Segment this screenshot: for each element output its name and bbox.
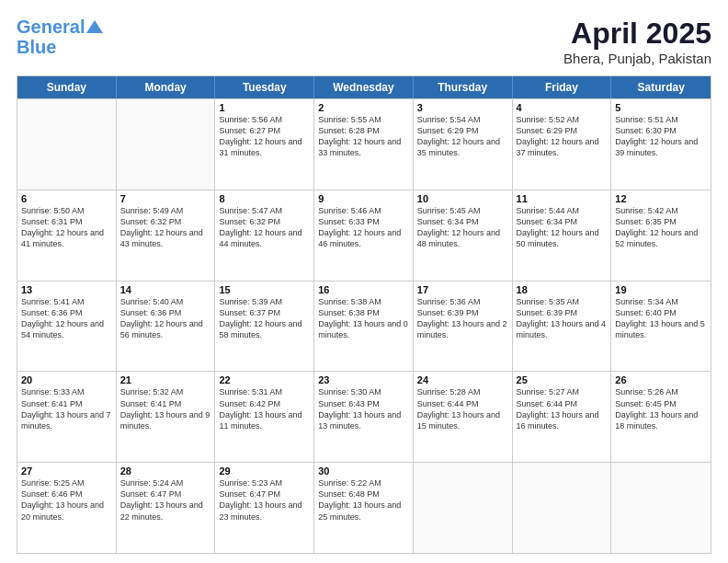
- day-number: 9: [318, 193, 409, 204]
- day-info: Sunrise: 5:22 AM Sunset: 6:48 PM Dayligh…: [318, 477, 409, 523]
- day-number: 6: [21, 193, 112, 204]
- empty-cell: [117, 99, 216, 190]
- day-cell-9: 9Sunrise: 5:46 AM Sunset: 6:33 PM Daylig…: [314, 190, 414, 281]
- day-number: 25: [517, 374, 608, 385]
- day-number: 7: [120, 193, 211, 204]
- day-info: Sunrise: 5:28 AM Sunset: 6:44 PM Dayligh…: [417, 386, 508, 431]
- day-number: 23: [318, 374, 409, 385]
- day-number: 26: [615, 374, 707, 385]
- day-number: 20: [21, 374, 112, 385]
- day-number: 5: [615, 102, 707, 113]
- day-info: Sunrise: 5:47 AM Sunset: 6:32 PM Dayligh…: [219, 205, 310, 250]
- day-cell-22: 22Sunrise: 5:31 AM Sunset: 6:42 PM Dayli…: [215, 372, 314, 462]
- week-row-3: 13Sunrise: 5:41 AM Sunset: 6:36 PM Dayli…: [17, 281, 711, 372]
- day-number: 27: [21, 465, 112, 477]
- day-number: 1: [219, 102, 310, 113]
- day-cell-18: 18Sunrise: 5:35 AM Sunset: 6:39 PM Dayli…: [513, 282, 612, 372]
- day-info: Sunrise: 5:56 AM Sunset: 6:27 PM Dayligh…: [219, 114, 310, 159]
- day-header-tuesday: Tuesday: [215, 76, 314, 98]
- day-cell-4: 4Sunrise: 5:52 AM Sunset: 6:29 PM Daylig…: [513, 99, 612, 190]
- day-info: Sunrise: 5:23 AM Sunset: 6:47 PM Dayligh…: [219, 477, 310, 523]
- day-cell-27: 27Sunrise: 5:25 AM Sunset: 6:46 PM Dayli…: [17, 463, 117, 553]
- day-info: Sunrise: 5:52 AM Sunset: 6:29 PM Dayligh…: [517, 114, 608, 159]
- day-number: 12: [615, 193, 707, 204]
- page: General Blue April 2025 Bhera, Punjab, P…: [0, 0, 728, 563]
- day-info: Sunrise: 5:38 AM Sunset: 6:38 PM Dayligh…: [318, 296, 409, 341]
- day-cell-21: 21Sunrise: 5:32 AM Sunset: 6:41 PM Dayli…: [117, 372, 216, 462]
- day-header-monday: Monday: [117, 76, 216, 98]
- day-header-sunday: Sunday: [17, 76, 117, 98]
- calendar-header-row: SundayMondayTuesdayWednesdayThursdayFrid…: [17, 76, 711, 98]
- day-number: 19: [615, 284, 707, 295]
- logo: General Blue: [17, 17, 103, 57]
- day-cell-28: 28Sunrise: 5:24 AM Sunset: 6:47 PM Dayli…: [117, 463, 216, 553]
- week-row-5: 27Sunrise: 5:25 AM Sunset: 6:46 PM Dayli…: [17, 462, 711, 553]
- day-number: 30: [318, 465, 409, 477]
- day-info: Sunrise: 5:44 AM Sunset: 6:34 PM Dayligh…: [517, 205, 608, 250]
- day-number: 3: [417, 102, 508, 113]
- day-number: 15: [219, 284, 310, 295]
- day-info: Sunrise: 5:25 AM Sunset: 6:46 PM Dayligh…: [21, 477, 112, 523]
- week-row-4: 20Sunrise: 5:33 AM Sunset: 6:41 PM Dayli…: [17, 371, 711, 462]
- day-cell-17: 17Sunrise: 5:36 AM Sunset: 6:39 PM Dayli…: [414, 282, 513, 372]
- day-cell-2: 2Sunrise: 5:55 AM Sunset: 6:28 PM Daylig…: [314, 99, 414, 190]
- logo-icon: [86, 18, 103, 35]
- empty-cell: [17, 99, 117, 190]
- day-cell-16: 16Sunrise: 5:38 AM Sunset: 6:38 PM Dayli…: [314, 282, 414, 372]
- logo-blue: Blue: [17, 37, 103, 57]
- empty-cell: [513, 463, 612, 553]
- day-cell-26: 26Sunrise: 5:26 AM Sunset: 6:45 PM Dayli…: [611, 372, 711, 462]
- day-cell-10: 10Sunrise: 5:45 AM Sunset: 6:34 PM Dayli…: [414, 190, 513, 281]
- day-number: 18: [517, 284, 608, 295]
- day-cell-6: 6Sunrise: 5:50 AM Sunset: 6:31 PM Daylig…: [17, 190, 117, 281]
- day-cell-7: 7Sunrise: 5:49 AM Sunset: 6:32 PM Daylig…: [117, 190, 216, 281]
- svg-marker-0: [86, 20, 103, 33]
- day-number: 21: [120, 374, 211, 385]
- week-row-1: 1Sunrise: 5:56 AM Sunset: 6:27 PM Daylig…: [17, 98, 711, 190]
- day-info: Sunrise: 5:36 AM Sunset: 6:39 PM Dayligh…: [417, 296, 508, 341]
- day-info: Sunrise: 5:34 AM Sunset: 6:40 PM Dayligh…: [615, 296, 707, 341]
- day-header-thursday: Thursday: [414, 76, 513, 98]
- day-header-saturday: Saturday: [611, 76, 711, 98]
- day-cell-5: 5Sunrise: 5:51 AM Sunset: 6:30 PM Daylig…: [611, 99, 711, 190]
- day-cell-11: 11Sunrise: 5:44 AM Sunset: 6:34 PM Dayli…: [513, 190, 612, 281]
- day-info: Sunrise: 5:26 AM Sunset: 6:45 PM Dayligh…: [615, 386, 707, 431]
- calendar: SundayMondayTuesdayWednesdayThursdayFrid…: [17, 75, 711, 554]
- header: General Blue April 2025 Bhera, Punjab, P…: [17, 17, 711, 66]
- day-header-friday: Friday: [513, 76, 612, 98]
- day-info: Sunrise: 5:41 AM Sunset: 6:36 PM Dayligh…: [21, 296, 112, 341]
- calendar-title: April 2025: [563, 17, 711, 51]
- day-number: 2: [318, 102, 409, 113]
- day-info: Sunrise: 5:42 AM Sunset: 6:35 PM Dayligh…: [615, 205, 707, 250]
- day-cell-19: 19Sunrise: 5:34 AM Sunset: 6:40 PM Dayli…: [611, 282, 711, 372]
- day-info: Sunrise: 5:31 AM Sunset: 6:42 PM Dayligh…: [219, 386, 310, 431]
- day-cell-15: 15Sunrise: 5:39 AM Sunset: 6:37 PM Dayli…: [215, 282, 314, 372]
- day-number: 29: [219, 465, 310, 477]
- day-number: 10: [417, 193, 508, 204]
- day-number: 17: [417, 284, 508, 295]
- day-info: Sunrise: 5:32 AM Sunset: 6:41 PM Dayligh…: [120, 386, 211, 431]
- day-info: Sunrise: 5:35 AM Sunset: 6:39 PM Dayligh…: [517, 296, 608, 341]
- day-cell-24: 24Sunrise: 5:28 AM Sunset: 6:44 PM Dayli…: [414, 372, 513, 462]
- empty-cell: [611, 463, 711, 553]
- day-cell-13: 13Sunrise: 5:41 AM Sunset: 6:36 PM Dayli…: [17, 282, 117, 372]
- day-info: Sunrise: 5:40 AM Sunset: 6:36 PM Dayligh…: [120, 296, 211, 341]
- day-info: Sunrise: 5:39 AM Sunset: 6:37 PM Dayligh…: [219, 296, 310, 341]
- day-info: Sunrise: 5:51 AM Sunset: 6:30 PM Dayligh…: [615, 114, 707, 159]
- day-cell-20: 20Sunrise: 5:33 AM Sunset: 6:41 PM Dayli…: [17, 372, 117, 462]
- empty-cell: [414, 463, 513, 553]
- day-cell-1: 1Sunrise: 5:56 AM Sunset: 6:27 PM Daylig…: [215, 99, 314, 190]
- day-number: 13: [21, 284, 112, 295]
- day-number: 11: [517, 193, 608, 204]
- day-cell-12: 12Sunrise: 5:42 AM Sunset: 6:35 PM Dayli…: [611, 190, 711, 281]
- day-cell-23: 23Sunrise: 5:30 AM Sunset: 6:43 PM Dayli…: [314, 372, 414, 462]
- day-info: Sunrise: 5:30 AM Sunset: 6:43 PM Dayligh…: [318, 386, 409, 431]
- day-number: 28: [120, 465, 211, 477]
- title-block: April 2025 Bhera, Punjab, Pakistan: [563, 17, 711, 66]
- day-header-wednesday: Wednesday: [314, 76, 414, 98]
- day-cell-25: 25Sunrise: 5:27 AM Sunset: 6:44 PM Dayli…: [513, 372, 612, 462]
- day-cell-29: 29Sunrise: 5:23 AM Sunset: 6:47 PM Dayli…: [215, 463, 314, 553]
- day-number: 22: [219, 374, 310, 385]
- day-number: 14: [120, 284, 211, 295]
- day-cell-30: 30Sunrise: 5:22 AM Sunset: 6:48 PM Dayli…: [314, 463, 414, 553]
